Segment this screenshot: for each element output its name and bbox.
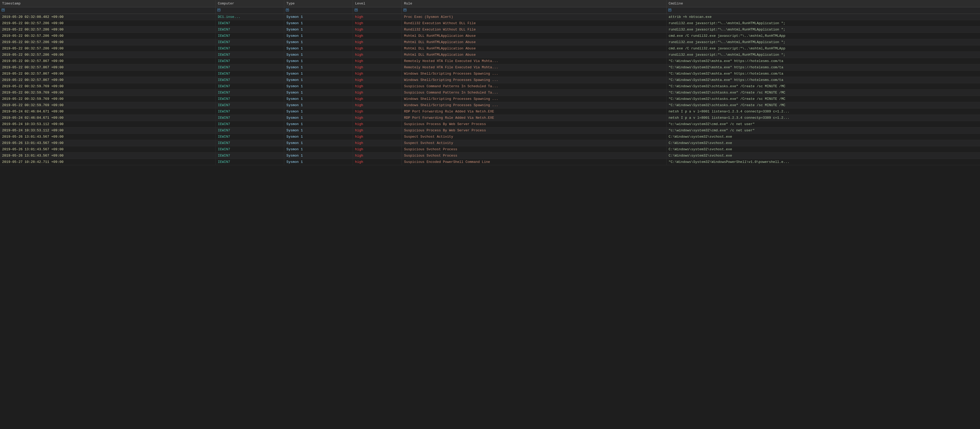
table-row[interactable]: 2019-05-22 00:32:57.286 +09:00IEWIN7Sysm… — [0, 45, 980, 52]
cell-0: 2019-05-26 13:01:43.567 +09:00 — [0, 153, 215, 159]
cell-5: rundll32.exe javascript:"\..\mshtml,RunH… — [667, 20, 980, 27]
table-row[interactable]: 2019-05-22 00:32:57.867 +09:00IEWIN7Sysm… — [0, 58, 980, 64]
cell-0: 2019-05-22 00:32:59.769 +09:00 — [0, 83, 215, 89]
filter-computer-icon[interactable] — [217, 8, 220, 11]
cell-5: C:\Windows\system32\svchost.exe — [667, 140, 980, 146]
cell-2: Sysmon 1 — [284, 89, 353, 96]
cell-2: Sysmon 1 — [284, 146, 353, 153]
cell-0: 2019-05-26 13:01:43.567 +09:00 — [0, 134, 215, 140]
cell-1: IEWIN7 — [215, 159, 284, 165]
table-row[interactable]: 2019-05-24 02:46:04.671 +09:00IEWIN7Sysm… — [0, 115, 980, 121]
cell-1: IEWIN7 — [215, 33, 284, 39]
cell-3: high — [353, 102, 402, 108]
col-header-level: Level — [353, 0, 402, 7]
table-row[interactable]: 2019-05-22 00:32:59.769 +09:00IEWIN7Sysm… — [0, 89, 980, 96]
table-row[interactable]: 2019-05-26 13:01:43.567 +09:00IEWIN7Sysm… — [0, 146, 980, 153]
cell-3: high — [353, 134, 402, 140]
cell-1: IEWIN7 — [215, 115, 284, 121]
cell-5: "C:\Windows\System32\schtasks.exe" /Crea… — [667, 89, 980, 96]
filter-timestamp-icon[interactable] — [2, 8, 5, 11]
cell-2: Sysmon 1 — [284, 39, 353, 45]
cell-0: 2019-05-22 00:32:57.286 +09:00 — [0, 27, 215, 33]
filter-level-icon[interactable] — [355, 8, 358, 11]
col-header-cmdline: Cmdline — [667, 0, 980, 7]
table-row[interactable]: 2019-05-24 02:46:04.671 +09:00IEWIN7Sysm… — [0, 108, 980, 115]
cell-3: high — [353, 27, 402, 33]
cell-5: rundll32.exe javascript:"\..\mshtml,RunH… — [667, 27, 980, 33]
table-row[interactable]: 2019-05-22 00:32:57.867 +09:00IEWIN7Sysm… — [0, 71, 980, 77]
cell-3: high — [353, 58, 402, 64]
cell-3: high — [353, 89, 402, 96]
table-row[interactable]: 2019-05-27 10:28:42.711 +09:00IEWIN7Sysm… — [0, 159, 980, 165]
cell-2: Sysmon 1 — [284, 14, 353, 20]
cell-2: Sysmon 1 — [284, 102, 353, 108]
filter-cmdline-icon[interactable] — [668, 8, 671, 11]
cell-4: Rundll32 Execution Without DLL File — [402, 20, 667, 27]
cell-5: "C:\Windows\System32\mshta.exe" https://… — [667, 58, 980, 64]
col-header-rule: Rule — [402, 0, 667, 7]
cell-4: Mshtml DLL RunHTMLApplication Abuse — [402, 45, 667, 52]
filter-type-icon[interactable] — [286, 8, 289, 11]
cell-1: IEWIN7 — [215, 27, 284, 33]
table-row[interactable]: 2019-05-22 00:32:57.867 +09:00IEWIN7Sysm… — [0, 77, 980, 83]
cell-2: Sysmon 1 — [284, 64, 353, 71]
cell-0: 2019-05-22 00:32:57.867 +09:00 — [0, 58, 215, 64]
cell-3: high — [353, 71, 402, 77]
cell-5: "c:\windows\system32\cmd.exe" /c net use… — [667, 128, 980, 134]
cell-0: 2019-05-24 10:33:53.112 +09:00 — [0, 121, 215, 128]
cell-5: C:\Windows\system32\svchost.exe — [667, 146, 980, 153]
table-row[interactable]: 2019-05-26 13:01:43.567 +09:00IEWIN7Sysm… — [0, 153, 980, 159]
cell-2: Sysmon 1 — [284, 121, 353, 128]
table-row[interactable]: 2019-05-22 00:32:57.867 +09:00IEWIN7Sysm… — [0, 64, 980, 71]
main-table-container: Timestamp Computer Type Level Rule Cmdli… — [0, 0, 980, 165]
cell-0: 2019-05-24 02:46:04.671 +09:00 — [0, 108, 215, 115]
cell-3: high — [353, 128, 402, 134]
cell-1: IEWIN7 — [215, 39, 284, 45]
table-row[interactable]: 2019-05-22 00:32:57.286 +09:00IEWIN7Sysm… — [0, 52, 980, 58]
cell-5: "C:\Windows\System32\mshta.exe" https://… — [667, 71, 980, 77]
table-row[interactable]: 2019-05-24 10:33:53.112 +09:00IEWIN7Sysm… — [0, 128, 980, 134]
cell-0: 2019-05-22 00:32:57.286 +09:00 — [0, 33, 215, 39]
cell-1: IEWIN7 — [215, 20, 284, 27]
cell-3: high — [353, 83, 402, 89]
cell-2: Sysmon 1 — [284, 52, 353, 58]
cell-1: IEWIN7 — [215, 71, 284, 77]
table-row[interactable]: 2019-05-22 00:32:59.769 +09:00IEWIN7Sysm… — [0, 83, 980, 89]
cell-1: IEWIN7 — [215, 64, 284, 71]
table-row[interactable]: 2019-05-22 00:32:57.286 +09:00IEWIN7Sysm… — [0, 20, 980, 27]
cell-5: attrib +h nbtscan.exe — [667, 14, 980, 20]
table-row[interactable]: 2019-05-24 10:33:53.112 +09:00IEWIN7Sysm… — [0, 121, 980, 128]
cell-3: high — [353, 115, 402, 121]
cell-0: 2019-05-22 00:32:57.286 +09:00 — [0, 20, 215, 27]
cell-0: 2019-05-24 10:33:53.112 +09:00 — [0, 128, 215, 134]
cell-3: high — [353, 159, 402, 165]
cell-4: Remotely Hosted HTA File Executed Via Ms… — [402, 64, 667, 71]
cell-3: high — [353, 77, 402, 83]
cell-2: Sysmon 1 — [284, 27, 353, 33]
table-row[interactable]: 2019-05-20 02:32:00.482 +09:00DC1.inse..… — [0, 14, 980, 20]
filter-rule-icon[interactable] — [403, 8, 407, 11]
cell-0: 2019-05-26 13:01:43.567 +09:00 — [0, 140, 215, 146]
table-row[interactable]: 2019-05-22 00:32:57.286 +09:00IEWIN7Sysm… — [0, 33, 980, 39]
table-row[interactable]: 2019-05-22 00:32:57.286 +09:00IEWIN7Sysm… — [0, 39, 980, 45]
cell-5: cmd.exe /C rundll32.exe javascript:"\..\… — [667, 45, 980, 52]
cell-0: 2019-05-22 00:32:57.286 +09:00 — [0, 45, 215, 52]
cell-4: Suspicious Process By Web Server Process — [402, 128, 667, 134]
table-row[interactable]: 2019-05-22 00:32:57.286 +09:00IEWIN7Sysm… — [0, 27, 980, 33]
cell-2: Sysmon 1 — [284, 115, 353, 121]
cell-5: "C:\Windows\System32\mshta.exe" https://… — [667, 64, 980, 71]
cell-2: Sysmon 1 — [284, 33, 353, 39]
table-row[interactable]: 2019-05-22 00:32:59.769 +09:00IEWIN7Sysm… — [0, 96, 980, 102]
cell-0: 2019-05-24 02:46:04.671 +09:00 — [0, 115, 215, 121]
cell-4: RDP Port Forwarding Rule Added Via Netsh… — [402, 115, 667, 121]
cell-2: Sysmon 1 — [284, 96, 353, 102]
cell-2: Sysmon 1 — [284, 108, 353, 115]
cell-4: Suspect Svchost Activity — [402, 140, 667, 146]
filter-row[interactable] — [0, 7, 980, 14]
table-row[interactable]: 2019-05-26 13:01:43.567 +09:00IEWIN7Sysm… — [0, 134, 980, 140]
cell-1: IEWIN7 — [215, 121, 284, 128]
cell-1: IEWIN7 — [215, 83, 284, 89]
cell-4: Suspicious Command Patterns In Scheduled… — [402, 83, 667, 89]
table-row[interactable]: 2019-05-22 00:32:59.769 +09:00IEWIN7Sysm… — [0, 102, 980, 108]
table-row[interactable]: 2019-05-26 13:01:43.567 +09:00IEWIN7Sysm… — [0, 140, 980, 146]
